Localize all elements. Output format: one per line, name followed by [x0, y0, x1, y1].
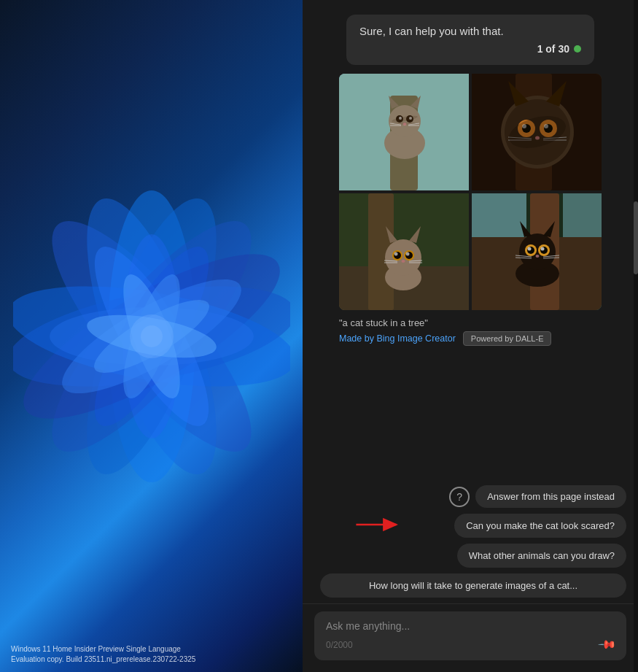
- arrow-indicator: [353, 514, 404, 538]
- image-meta: Made by Bing Image Creator Powered by DA…: [339, 331, 602, 346]
- svg-point-81: [519, 233, 556, 270]
- svg-point-61: [385, 239, 421, 276]
- made-by-link[interactable]: Made by Bing Image Creator: [339, 333, 456, 344]
- input-area: Ask me anything... 0/2000 📌: [303, 603, 638, 672]
- message-counter: 1 of 30: [359, 43, 581, 55]
- question-icon[interactable]: ?: [449, 487, 470, 507]
- svg-point-70: [402, 260, 405, 263]
- message-text: Sure, I can help you with that.: [359, 25, 581, 37]
- suggestion-row-1: Can you make the cat look scared?: [314, 514, 626, 538]
- suggestion-button-3[interactable]: How long will it take to generate images…: [320, 573, 626, 598]
- svg-rect-78: [472, 193, 526, 237]
- svg-point-69: [406, 252, 410, 256]
- char-count: 0/2000: [326, 640, 353, 650]
- answer-from-page-button[interactable]: Answer from this page instead: [475, 485, 626, 508]
- scrollbar-thumb[interactable]: [634, 201, 638, 274]
- cat-image-1[interactable]: [339, 74, 469, 190]
- image-grid: [339, 74, 602, 310]
- cat-image-4[interactable]: [472, 193, 602, 310]
- suggestions-area: ? Answer from this page instead Can you …: [303, 479, 638, 603]
- image-grid-container: "a cat stuck in a tree" Made by Bing Ima…: [339, 74, 602, 346]
- svg-point-90: [536, 255, 540, 258]
- chat-panel: Sure, I can help you with that. 1 of 30: [303, 0, 638, 672]
- suggestion-button-2[interactable]: What other animals can you draw?: [457, 544, 626, 568]
- cat-image-2[interactable]: [472, 74, 602, 190]
- taskbar-line1: Windows 11 Home Insider Preview Single L…: [11, 644, 195, 654]
- input-footer: 0/2000 📌: [326, 638, 615, 652]
- svg-point-68: [394, 252, 398, 256]
- image-caption-area: "a cat stuck in a tree" Made by Bing Ima…: [339, 317, 602, 346]
- svg-rect-79: [563, 193, 602, 237]
- counter-text: 1 of 30: [537, 43, 569, 55]
- chat-content: Sure, I can help you with that. 1 of 30: [303, 0, 638, 479]
- suggestion-row-3: How long will it take to generate images…: [314, 573, 626, 598]
- image-caption: "a cat stuck in a tree": [339, 317, 602, 328]
- scrollbar-track: [634, 0, 638, 672]
- status-dot: [574, 45, 581, 53]
- answer-from-page-row: ? Answer from this page instead: [449, 485, 626, 508]
- svg-point-88: [528, 247, 532, 251]
- taskbar-info: Windows 11 Home Insider Preview Single L…: [11, 644, 195, 665]
- suggestion-row-2: What other animals can you draw?: [314, 544, 626, 568]
- desktop-wallpaper: Windows 11 Home Insider Preview Single L…: [0, 0, 303, 672]
- pin-icon[interactable]: 📌: [597, 635, 618, 655]
- svg-point-89: [541, 247, 545, 251]
- ai-message-bubble: Sure, I can help you with that. 1 of 30: [346, 15, 594, 65]
- input-placeholder[interactable]: Ask me anything...: [326, 620, 615, 632]
- svg-point-36: [394, 122, 416, 125]
- cat-image-3[interactable]: [339, 193, 469, 310]
- suggestion-button-1[interactable]: Can you make the cat look scared?: [454, 514, 626, 538]
- bloom-wallpaper: [13, 154, 290, 519]
- powered-badge: Powered by DALL-E: [463, 331, 552, 346]
- taskbar-line2: Evaluation copy. Build 23511.ni_prerelea…: [11, 654, 195, 665]
- svg-point-18: [141, 325, 163, 347]
- input-box: Ask me anything... 0/2000 📌: [314, 611, 626, 660]
